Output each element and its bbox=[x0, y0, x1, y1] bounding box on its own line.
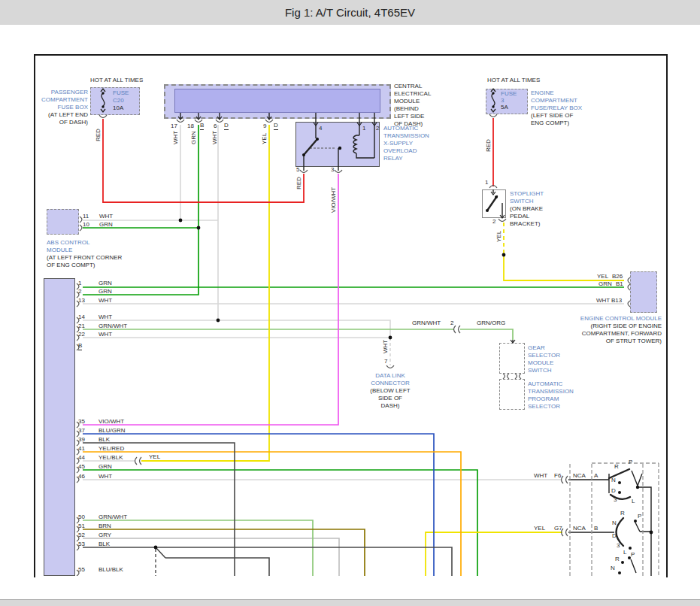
tcm-color: GRY bbox=[98, 532, 111, 539]
rowB-conn: G7 bbox=[554, 525, 562, 532]
wire-viowht: VIO/WHT bbox=[330, 187, 338, 213]
fuse-amp: 10A bbox=[113, 105, 123, 112]
rowA-conn: F6 bbox=[554, 472, 561, 480]
cem-conn-d1: D bbox=[224, 122, 229, 130]
cem-pin-17: 17 bbox=[171, 123, 177, 130]
abs-label: ABS CONTROL MODULE (AT LEFT FRONT CORNER… bbox=[47, 239, 122, 269]
passenger-fuse-label: PASSENGER COMPARTMENT FUSE BOX (AT LEFT … bbox=[21, 89, 88, 126]
cem-conn-b: B bbox=[200, 122, 204, 130]
cem-pin-18: 18 bbox=[187, 123, 194, 130]
diagram-page: Fig 1: A/T Circuit, 4T65EV bbox=[0, 0, 700, 606]
mid-yel-label: YEL bbox=[149, 453, 160, 461]
engine-fuse-box-label: ENGINE COMPARTMENT FUSE/RELAY BOX (LEFT … bbox=[531, 89, 582, 127]
tcm-color: GRN bbox=[98, 288, 112, 295]
rowA-wire: WHT bbox=[534, 472, 547, 480]
tcm-pin: 55 bbox=[78, 566, 85, 574]
relay-pin-5: 5 bbox=[296, 166, 299, 174]
swB-P: P bbox=[638, 513, 641, 520]
rowA-nca: NCA bbox=[573, 472, 586, 480]
gear-wire-right: GRN/ORG bbox=[477, 320, 505, 327]
tcm-color: GRN/WHT bbox=[98, 323, 127, 330]
ecm-label: ENGINE CONTROL MODULE (RIGHT SIDE OF ENG… bbox=[519, 315, 662, 345]
tcm-color: BLU/BLK bbox=[98, 566, 123, 574]
gear-conn-2: 2 bbox=[450, 320, 453, 327]
abs-pin-11: 11 bbox=[83, 213, 89, 220]
ecm-color-b1: GRN bbox=[598, 280, 612, 288]
swA-P: P bbox=[629, 459, 632, 466]
stoplight-label: STOPLIGHT SWITCH (ON BRAKE PEDAL BRACKET… bbox=[510, 190, 544, 228]
swC-R: R bbox=[615, 556, 620, 563]
hot-label-left: HOT AT ALL TIMES bbox=[90, 77, 143, 84]
tcm-pin: 13 bbox=[78, 297, 85, 305]
swC-P: P bbox=[631, 551, 635, 559]
ecm-color-b26: YEL bbox=[597, 273, 608, 280]
fuse-label: FUSE bbox=[113, 89, 129, 97]
tcm-pin: 14 bbox=[78, 314, 85, 321]
wire-yel-9: YEL bbox=[261, 133, 268, 144]
wire-red-2: RED bbox=[295, 177, 303, 189]
tcm-color: GRN/WHT bbox=[98, 514, 127, 521]
tcm-pin: 51 bbox=[78, 523, 85, 530]
ecm-pin-b13: B13 bbox=[611, 297, 622, 305]
tcm-pin: 2 bbox=[78, 288, 81, 295]
cem-label: CENTRALELECTRICAL MODULE(BEHIND LEFT SID… bbox=[394, 83, 431, 128]
fuse-amp-2: 5A bbox=[501, 104, 508, 111]
tcm-pin: 41 bbox=[78, 445, 85, 453]
abs-pin-10: 10 bbox=[83, 221, 89, 229]
hot-label-right: HOT AT ALL TIMES bbox=[487, 77, 540, 84]
tcm-color: WHT bbox=[98, 331, 112, 338]
wire-grn-18: GRN bbox=[190, 131, 198, 144]
tcm-color: GRN bbox=[98, 463, 112, 471]
dlc-label: DATA LINK CONNECTOR (BELOW LEFT SIDE OF … bbox=[360, 372, 420, 410]
fuse-id: C20 bbox=[113, 97, 124, 105]
tcm-color: GRN bbox=[98, 280, 112, 287]
tcm-color: WHT bbox=[98, 297, 112, 305]
cem-pin-9: 9 bbox=[263, 123, 266, 130]
swA-L: L bbox=[632, 498, 635, 505]
tcm-pin: 53 bbox=[78, 541, 85, 548]
swC-N: N bbox=[611, 565, 615, 572]
tcm-color: BLU/GRN bbox=[98, 427, 126, 435]
tcm-color: YEL/BLK bbox=[98, 454, 123, 462]
tcm-pin: 45 bbox=[78, 463, 85, 471]
rowB-pin: B bbox=[594, 525, 598, 532]
program-selector-label: AUTOMATICTRANSMISSION PROGRAMSELECTOR bbox=[528, 380, 574, 411]
tcm-color: WHT bbox=[98, 473, 112, 480]
tcm-pin: 44 bbox=[78, 454, 85, 462]
tcm-pin: 37 bbox=[78, 427, 85, 435]
ecm-color-b13: WHT bbox=[596, 297, 610, 305]
wire-yel-stop: YEL bbox=[495, 231, 503, 242]
wire-red-3: RED bbox=[485, 139, 492, 152]
ecm-pin-b26: B26 bbox=[612, 273, 623, 280]
tcm-color: BLK bbox=[98, 541, 110, 548]
tcm-color: VIO/WHT bbox=[98, 418, 124, 426]
tcm-color: WHT bbox=[98, 314, 112, 321]
swA-D: D bbox=[611, 487, 616, 495]
stoplight-pin-2: 2 bbox=[492, 218, 495, 226]
tcm-pin: 22 bbox=[78, 331, 85, 338]
tcm-pin: 35 bbox=[78, 418, 85, 426]
abs-color-11: WHT bbox=[99, 213, 113, 220]
wire-wht-6: WHT bbox=[211, 131, 219, 144]
swB-L: L bbox=[623, 549, 626, 556]
relay-pin-2: 2 bbox=[376, 125, 379, 132]
swB-N: N bbox=[612, 520, 617, 527]
swB-D: D bbox=[612, 532, 617, 540]
swA-3: 3 bbox=[614, 496, 617, 504]
abs-color-10: GRN bbox=[99, 221, 113, 229]
relay-label: AUTOMATICTRANSMISSION X-SUPPLYOVERLOAD R… bbox=[383, 125, 429, 162]
gear-wire-left: GRN/WHT bbox=[412, 320, 441, 327]
cem-pin-6: 6 bbox=[214, 123, 217, 130]
tcm-pin: 21 bbox=[78, 323, 85, 330]
wire-wht-dlc: WHT bbox=[382, 340, 389, 353]
rowA-pin: A bbox=[594, 472, 598, 480]
relay-pin-3: 3 bbox=[331, 166, 334, 174]
swB-R: R bbox=[620, 510, 625, 517]
tcm-conn-b: B bbox=[78, 342, 82, 350]
tcm-pin: 46 bbox=[78, 473, 85, 480]
tcm-pin: 39 bbox=[78, 436, 85, 444]
dlc-pin-7: 7 bbox=[384, 358, 387, 365]
rowB-wire: YEL bbox=[534, 525, 545, 532]
cem-conn-d2: D bbox=[274, 122, 278, 130]
wire-red-1: RED bbox=[95, 129, 102, 141]
